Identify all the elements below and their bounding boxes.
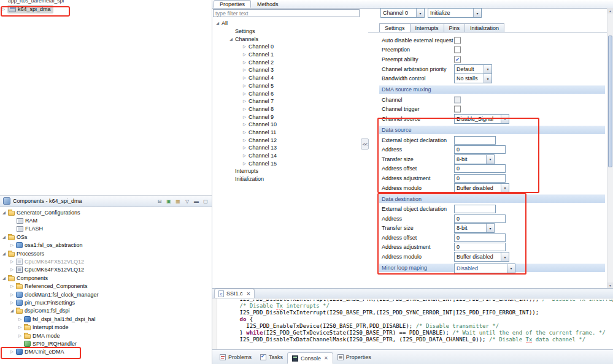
channel-arbitration-priority-combo[interactable]: Default▾ [454,64,492,74]
tab-properties[interactable]: Properties [333,352,376,362]
tree-item-components[interactable]: ◢Components [0,274,212,282]
tree-item-channel-13[interactable]: ▷Channel 13 [212,144,361,152]
channel-trigger-checkbox[interactable] [454,106,461,113]
tree-item-channel-5[interactable]: ▷Channel 5 [212,82,361,90]
tree-item-generator-configurations[interactable]: ◢Generator_Configurations [0,208,212,216]
expand-icon[interactable]: ▷ [10,243,16,248]
expand-icon[interactable]: ▷ [10,349,16,354]
tree-item-dma-mode[interactable]: ▷DMA mode [0,332,212,339]
tab-tasks[interactable]: Tasks [256,352,287,362]
expand-icon[interactable]: ▷ [243,130,249,135]
expand-icon[interactable]: ▷ [243,83,249,88]
chevron-down-icon[interactable]: ▾ [501,184,509,192]
chevron-down-icon[interactable]: ▾ [416,9,424,17]
transfer-size-combo[interactable]: 8-bit▾ [454,154,495,164]
tree-item-channel-0[interactable]: ▷Channel 0 [212,43,361,51]
minor-loop-maping-combo[interactable]: Disabled▾ [454,264,515,273]
tree-item-channel-10[interactable]: ▷Channel 10 [212,121,361,129]
minimize-icon[interactable]: ▬ [192,197,201,205]
collapse-all-icon[interactable]: ⊟ [155,197,164,205]
channel-source-combo[interactable]: Disable_Signal▾ [454,114,509,124]
expand-icon[interactable]: ▷ [243,99,249,104]
expand-icon[interactable]: ▷ [243,107,249,112]
address-offset-input[interactable]: 0 [454,233,506,242]
collapse-icon[interactable]: ◢ [2,210,8,215]
tab-properties[interactable]: Properties [214,0,251,8]
tree-item-channel-9[interactable]: ▷Channel 9 [212,113,361,121]
view-menu-icon[interactable]: ▽ [183,197,191,205]
tree-item-channel-4[interactable]: ▷Channel 4 [212,74,361,82]
code-line[interactable]: I2S_PDD_DisableTxInterrupt(I2S0_BASE_PTR… [220,300,613,303]
channel-select[interactable]: Channel 0▾ [380,8,425,18]
code-line[interactable]: do { [220,316,613,323]
tab-settings[interactable]: Settings [379,23,411,32]
close-icon[interactable]: ✕ [247,291,251,297]
scroll-up-icon[interactable]: ▲ [607,8,613,13]
tree-item-fsl-dspi-hal1-fsl-dspi-hal[interactable]: ▷fsl_dspi_hal1:fsl_dspi_hal [0,315,212,323]
address-modulo-combo[interactable]: Buffer disabled▾ [454,183,509,193]
tree-item-clockman1-fsl-clock-manager[interactable]: ▷clockMan1:fsl_clock_manager [0,290,212,298]
bandwidth-control-combo[interactable]: No stalls▾ [454,74,492,83]
chevron-down-icon[interactable]: ▾ [501,115,509,123]
chevron-down-icon[interactable]: ▾ [486,155,494,164]
filter-input[interactable] [213,9,360,17]
expand-icon[interactable]: ▷ [243,122,249,127]
tree-item-channels[interactable]: ◢Channels [212,35,361,43]
tree-item-cpu-mk64fx512vlq12[interactable]: ▷Cpu:MK64FX512VLQ12 [0,257,212,265]
categories-icon[interactable]: ▣ [164,197,173,205]
tree-item-processors[interactable]: ◢Processors [0,249,212,257]
auto-disable-external-request-checkbox[interactable] [454,37,461,44]
close-icon[interactable]: ✕ [324,355,328,361]
collapse-icon[interactable]: ◢ [10,308,16,313]
tree-item-channel-1[interactable]: ▷Channel 1 [212,51,361,59]
expand-icon[interactable]: ▷ [10,292,16,297]
maximize-icon[interactable]: ▢ [201,197,210,205]
address-offset-input[interactable]: 0 [454,164,506,173]
tab-interrupts[interactable]: Interrupts [411,23,444,32]
chevron-down-icon[interactable]: ▾ [484,74,492,83]
code-line[interactable]: } while(I2S_PDD_GetTxDeviceState(I2S0_BA… [220,330,613,336]
tree-item-channel-14[interactable]: ▷Channel 14 [212,152,361,160]
chevron-down-icon[interactable]: ▾ [484,65,492,74]
collapse-icon[interactable]: ◢ [216,21,222,26]
code-line[interactable]: I2S_PDD_DisableTxDataChannelMask(I2S0_BA… [220,336,613,343]
expand-icon[interactable]: ▷ [18,317,24,322]
channel-checkbox[interactable] [454,96,461,103]
tree-item-referenced-components[interactable]: ▷Referenced_Components [0,282,212,290]
tree-item-initialization[interactable]: Initialization [212,175,361,183]
tree-item-osa1-fsl-os-abstraction[interactable]: ▷osa1:fsl_os_abstraction [0,241,212,249]
tree-item-all[interactable]: ◢All [212,20,361,28]
expand-icon[interactable]: ▷ [243,138,249,143]
scrollbar-thumb[interactable] [608,36,612,167]
preempt-ability-checkbox[interactable]: ✔ [454,56,461,63]
editor-tab-ssi1-c[interactable]: c SSI1.c ✕ [214,289,255,298]
collapse-icon[interactable]: ◢ [2,235,8,240]
vertical-scrollbar[interactable]: ▲ ▼ [607,8,613,288]
external-object-declaration-input[interactable] [454,205,496,213]
collapse-icon[interactable]: ◢ [2,251,8,256]
tab-methods[interactable]: Methods [251,0,285,8]
filter-icon[interactable]: ▦ [174,197,182,205]
tree-item-channel-2[interactable]: ▷Channel 2 [212,58,361,66]
address-input[interactable]: 0 [454,145,506,154]
chevron-down-icon[interactable]: ▾ [473,9,481,17]
tree-item-ram[interactable]: RAM [0,216,212,224]
tab-problems[interactable]: Problems [215,352,256,362]
collapse-icon[interactable]: ◢ [2,276,8,281]
code-area[interactable]: I2S_PDD_DisableTxInterrupt(I2S0_BASE_PTR… [212,298,613,349]
expand-icon[interactable]: ▷ [243,52,249,57]
address-modulo-combo[interactable]: Buffer disabled▾ [454,252,509,262]
expand-icon[interactable]: ▷ [10,267,16,272]
tree-item-channel-8[interactable]: ▷Channel 8 [212,105,361,113]
code-line[interactable]: /* Disable Tx interrupts */ [220,303,613,309]
tree-item-flash[interactable]: FLASH [0,225,212,233]
expand-icon[interactable]: ▷ [10,284,16,289]
expand-icon[interactable]: ▷ [243,145,249,150]
address-adjustment-input[interactable]: 0 [454,243,506,251]
expand-icon[interactable]: ▷ [18,325,24,330]
preemption-checkbox[interactable] [454,47,461,53]
code-line[interactable]: I2S_PDD_EnableTxDevice(I2S0_BASE_PTR,PDD… [220,323,613,330]
tree-item-channel-3[interactable]: ▷Channel 3 [212,66,361,74]
tree-item-channel-11[interactable]: ▷Channel 11 [212,129,361,137]
tree-item-channel-7[interactable]: ▷Channel 7 [212,97,361,105]
